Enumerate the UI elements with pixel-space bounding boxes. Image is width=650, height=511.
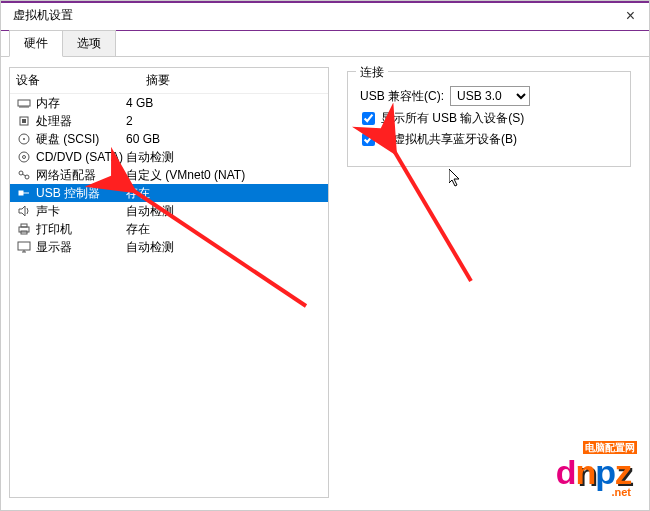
sound-icon (16, 204, 32, 218)
device-cddvd[interactable]: CD/DVD (SATA) 自动检测 (10, 148, 328, 166)
window-title: 虚拟机设置 (9, 7, 73, 24)
printer-icon (16, 222, 32, 236)
svg-point-11 (23, 156, 26, 159)
show-all-row: 显示所有 USB 输入设备(S) (362, 110, 618, 127)
disk-icon (16, 132, 32, 146)
share-bt-checkbox[interactable] (362, 133, 375, 146)
svg-line-14 (22, 174, 26, 176)
titlebar: 虚拟机设置 × (1, 1, 649, 31)
device-memory[interactable]: 内存 4 GB (10, 94, 328, 112)
share-bt-row: 与虚拟机共享蓝牙设备(B) (362, 131, 618, 148)
device-printer[interactable]: 打印机 存在 (10, 220, 328, 238)
usb-compat-select[interactable]: USB 3.0 (450, 86, 530, 106)
svg-rect-15 (19, 191, 23, 195)
svg-rect-7 (22, 119, 26, 123)
cpu-icon (16, 114, 32, 128)
network-icon (16, 168, 32, 182)
usb-compat-row: USB 兼容性(C): USB 3.0 (360, 86, 618, 106)
connection-group: 连接 USB 兼容性(C): USB 3.0 显示所有 USB 输入设备(S) … (347, 71, 631, 167)
col-device: 设备 (16, 72, 146, 89)
cursor-icon (449, 169, 465, 189)
list-header: 设备 摘要 (10, 68, 328, 94)
share-bt-label: 与虚拟机共享蓝牙设备(B) (381, 131, 517, 148)
device-usb[interactable]: USB 控制器 存在 (10, 184, 328, 202)
display-icon (16, 240, 32, 254)
settings-panel: 连接 USB 兼容性(C): USB 3.0 显示所有 USB 输入设备(S) … (337, 67, 641, 498)
device-sound[interactable]: 声卡 自动检测 (10, 202, 328, 220)
tab-options[interactable]: 选项 (62, 30, 116, 56)
memory-icon (16, 96, 32, 110)
watermark-tag: 电脑配置网 (583, 441, 637, 454)
col-summary: 摘要 (146, 72, 322, 89)
usb-compat-label: USB 兼容性(C): (360, 88, 444, 105)
device-cpu[interactable]: 处理器 2 (10, 112, 328, 130)
svg-rect-18 (21, 224, 27, 227)
group-title: 连接 (356, 64, 388, 81)
device-panel: 设备 摘要 内存 4 GB 处理器 2 硬盘 (S (9, 67, 329, 498)
close-icon[interactable]: × (620, 7, 641, 25)
tab-hardware[interactable]: 硬件 (9, 30, 63, 57)
device-display[interactable]: 显示器 自动检测 (10, 238, 328, 256)
cddvd-icon (16, 150, 32, 164)
show-all-checkbox[interactable] (362, 112, 375, 125)
content: 设备 摘要 内存 4 GB 处理器 2 硬盘 (S (1, 57, 649, 508)
device-disk[interactable]: 硬盘 (SCSI) 60 GB (10, 130, 328, 148)
svg-point-10 (19, 152, 29, 162)
show-all-label: 显示所有 USB 输入设备(S) (381, 110, 524, 127)
tabs: 硬件 选项 (1, 31, 649, 57)
device-list: 内存 4 GB 处理器 2 硬盘 (SCSI) 60 GB (10, 94, 328, 497)
svg-rect-0 (18, 100, 30, 106)
watermark: 电脑配置网 dnpz .net (556, 453, 631, 498)
svg-point-9 (23, 138, 25, 140)
device-network[interactable]: 网络适配器 自定义 (VMnet0 (NAT) (10, 166, 328, 184)
usb-icon (16, 186, 32, 200)
svg-rect-20 (18, 242, 30, 250)
